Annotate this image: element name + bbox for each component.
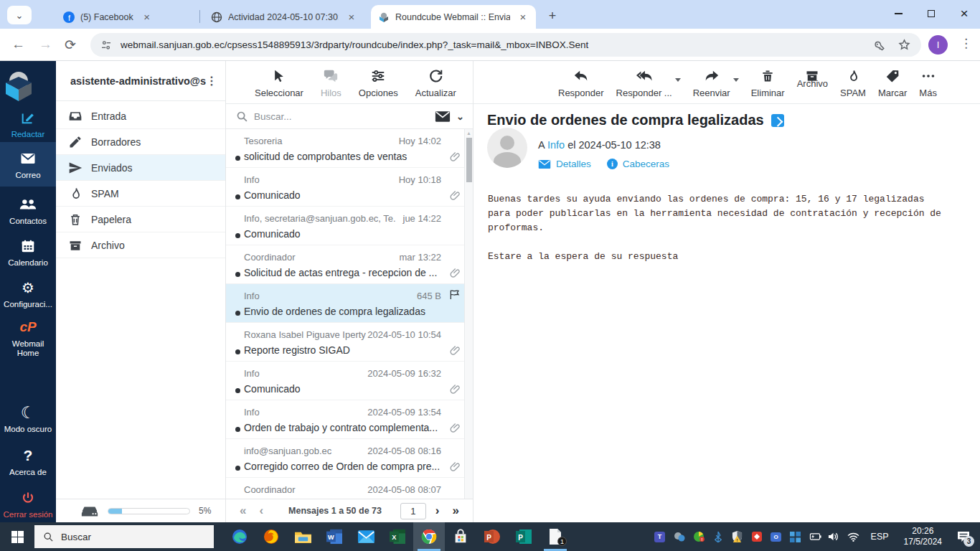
close-tab-icon[interactable]: ×	[141, 11, 154, 24]
folder-menu-icon[interactable]: ⋮	[206, 74, 218, 88]
taskbar-explorer[interactable]	[287, 522, 319, 551]
sidebar-item-cerrar-sesion[interactable]: Cerrar sesión	[0, 489, 56, 519]
windows-update-icon[interactable]	[789, 530, 802, 543]
message-row[interactable]: Roxana Isabel Piguave Iperty2024-05-10 1…	[226, 323, 473, 362]
scrollbar-thumb[interactable]	[466, 138, 472, 182]
forward-button[interactable]: →	[39, 37, 52, 52]
profile-avatar[interactable]: I	[928, 35, 948, 55]
message-row[interactable]: Info2024-05-09 16:32 Comunicado	[226, 362, 473, 400]
reply-all-button[interactable]: Responder ...	[616, 68, 672, 98]
message-row[interactable]: Info, secretaria@sanjuan.gob.ec, Te...ju…	[226, 207, 473, 245]
volume-icon[interactable]	[828, 530, 841, 543]
tab-actividad[interactable]: Actividad 2024-05-10 07:30:00 ×	[204, 5, 364, 29]
first-page-button[interactable]: «	[233, 504, 253, 518]
taskbar-document[interactable]: 1	[540, 522, 571, 551]
close-window-button[interactable]: ×	[948, 0, 980, 27]
sidebar-item-contactos[interactable]: Contactos	[0, 195, 56, 226]
scroll-up-icon[interactable]: ▲	[466, 131, 471, 136]
network-share-icon[interactable]	[673, 530, 686, 543]
archive-button[interactable]: Archivo	[797, 68, 828, 89]
message-row[interactable]: info@sanjuan.gob.ec2024-05-08 08:16 Corr…	[226, 439, 473, 478]
next-page-button[interactable]: ›	[429, 504, 446, 518]
refresh-list-button[interactable]: Actualizar	[415, 68, 456, 98]
folder-enviados[interactable]: Enviados	[56, 155, 225, 181]
taskbar-edge[interactable]	[224, 522, 255, 551]
tab-search-button[interactable]: ⌄	[7, 6, 32, 24]
forward-button[interactable]: Reenviar	[693, 68, 730, 98]
taskbar-chrome-active[interactable]	[413, 522, 445, 551]
camera-app-icon[interactable]: O	[770, 530, 783, 543]
last-page-button[interactable]: »	[446, 504, 466, 518]
tab-roundcube-active[interactable]: Roundcube Webmail :: Enviados ×	[371, 5, 536, 29]
sidebar-item-redactar[interactable]: Redactar	[0, 108, 56, 139]
taskbar-firefox[interactable]	[255, 522, 287, 551]
folder-spam[interactable]: SPAM	[56, 181, 225, 207]
taskbar-search[interactable]: Buscar	[34, 525, 214, 548]
red-app-icon[interactable]	[750, 530, 763, 543]
site-settings-icon[interactable]	[100, 39, 112, 51]
options-button[interactable]: Opciones	[359, 68, 398, 98]
taskbar-powerpoint[interactable]: P	[476, 522, 508, 551]
select-button[interactable]: Seleccionar	[255, 68, 303, 98]
language-indicator[interactable]: ESP	[867, 532, 893, 542]
sidebar-item-webmail-home[interactable]: cP Webmail Home	[0, 318, 56, 358]
wifi-icon[interactable]	[847, 530, 860, 543]
page-number-input[interactable]: 1	[400, 503, 426, 519]
message-row[interactable]: Coordinadormar 13:22 Solicitud de actas …	[226, 245, 473, 284]
folder-papelera[interactable]: Papelera	[56, 207, 225, 232]
new-tab-button[interactable]: +	[544, 7, 561, 24]
notification-center[interactable]: 3	[953, 522, 974, 551]
forward-caret-icon[interactable]	[733, 78, 739, 82]
taskbar-publisher[interactable]: P	[508, 522, 540, 551]
password-key-icon[interactable]	[872, 38, 886, 52]
headers-link[interactable]: i Cabeceras	[607, 159, 669, 169]
search-options-chevron-icon[interactable]: ⌄	[456, 111, 464, 122]
refresh-button[interactable]: ⟳	[65, 37, 76, 53]
folder-archivo[interactable]: Archivo	[56, 232, 225, 258]
clock[interactable]: 20:26 17/5/2024	[900, 526, 946, 547]
search-scope-mail-icon[interactable]	[435, 110, 451, 123]
sidebar-item-modo-oscuro[interactable]: ☾ Modo oscuro	[0, 403, 56, 434]
message-row[interactable]: TesoreriaHoy 14:02 solicitud de comproba…	[226, 129, 473, 168]
message-row[interactable]: InfoHoy 10:18 Comunicado	[226, 168, 473, 207]
sidebar-item-calendario[interactable]: Calendario	[0, 237, 56, 268]
recipient-link[interactable]: Info	[547, 139, 565, 151]
folder-borradores[interactable]: Borradores	[56, 129, 225, 155]
taskbar-store[interactable]	[445, 522, 476, 551]
url-text[interactable]: webmail.sanjuan.gob.ec/cpsess1548895913/…	[121, 39, 872, 50]
battery-icon[interactable]	[809, 530, 821, 543]
sidebar-item-correo[interactable]: Correo	[0, 142, 56, 187]
close-tab-icon[interactable]: ×	[346, 11, 357, 24]
bookmark-star-icon[interactable]	[897, 38, 911, 52]
reply-all-caret-icon[interactable]	[675, 78, 681, 82]
back-button[interactable]: ←	[11, 37, 25, 52]
delete-button[interactable]: Eliminar	[751, 68, 785, 98]
antivirus-icon[interactable]: !	[692, 530, 705, 543]
message-row[interactable]: Coordinador2024-05-08 08:07	[226, 478, 473, 499]
sidebar-item-configuracion[interactable]: ⚙ Configuraci...	[0, 278, 56, 309]
defender-shield-icon[interactable]: !	[731, 530, 744, 543]
spam-button[interactable]: SPAM	[840, 68, 866, 98]
taskbar-excel[interactable]: X	[382, 522, 413, 551]
reply-button[interactable]: Responder	[558, 68, 604, 98]
taskbar-word[interactable]: W	[319, 522, 350, 551]
browser-menu-icon[interactable]: ⋮	[960, 36, 972, 51]
minimize-button[interactable]	[882, 0, 914, 27]
prev-page-button[interactable]: ‹	[253, 504, 270, 518]
address-bar[interactable]: webmail.sanjuan.gob.ec/cpsess1548895913/…	[90, 33, 921, 57]
list-scrollbar[interactable]: ▲	[464, 129, 473, 499]
message-row[interactable]: Info2024-05-09 13:54 Orden de trabajo y …	[226, 400, 473, 439]
more-button[interactable]: Más	[919, 68, 937, 98]
close-tab-icon[interactable]: ×	[517, 11, 529, 24]
folder-entrada[interactable]: Entrada	[56, 103, 225, 129]
bluetooth-icon[interactable]	[712, 530, 725, 543]
search-input[interactable]	[254, 111, 429, 122]
tab-facebook[interactable]: f (5) Facebook ×	[56, 5, 197, 29]
teams-icon[interactable]: T	[654, 530, 666, 543]
sidebar-item-acerca-de[interactable]: ? Acerca de	[0, 446, 56, 477]
mark-button[interactable]: Marcar	[878, 68, 907, 98]
restore-button[interactable]	[915, 0, 947, 27]
taskbar-mail[interactable]	[350, 522, 382, 551]
details-link[interactable]: Detalles	[538, 159, 591, 169]
open-external-icon[interactable]	[771, 114, 784, 127]
